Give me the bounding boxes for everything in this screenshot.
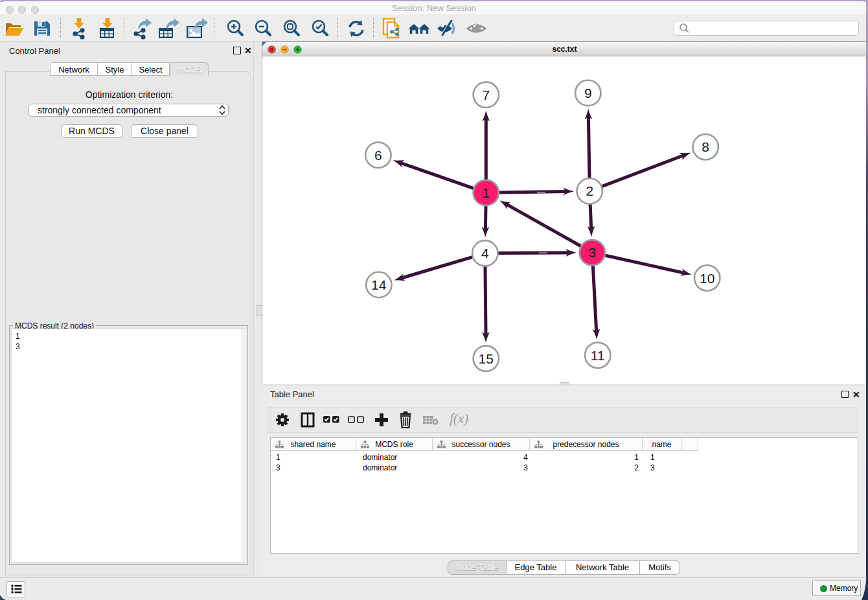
svg-text:9: 9 xyxy=(584,86,592,100)
svg-text:6: 6 xyxy=(374,148,382,163)
svg-text:7: 7 xyxy=(482,87,490,102)
svg-text:4: 4 xyxy=(481,246,489,260)
svg-text:15: 15 xyxy=(479,351,494,366)
svg-text:2: 2 xyxy=(586,183,593,198)
svg-text:1: 1 xyxy=(482,185,490,200)
svg-text:11: 11 xyxy=(591,348,605,363)
svg-text:14: 14 xyxy=(371,277,387,292)
svg-text:10: 10 xyxy=(700,271,714,286)
svg-text:3: 3 xyxy=(588,245,596,260)
svg-text:8: 8 xyxy=(702,139,709,154)
